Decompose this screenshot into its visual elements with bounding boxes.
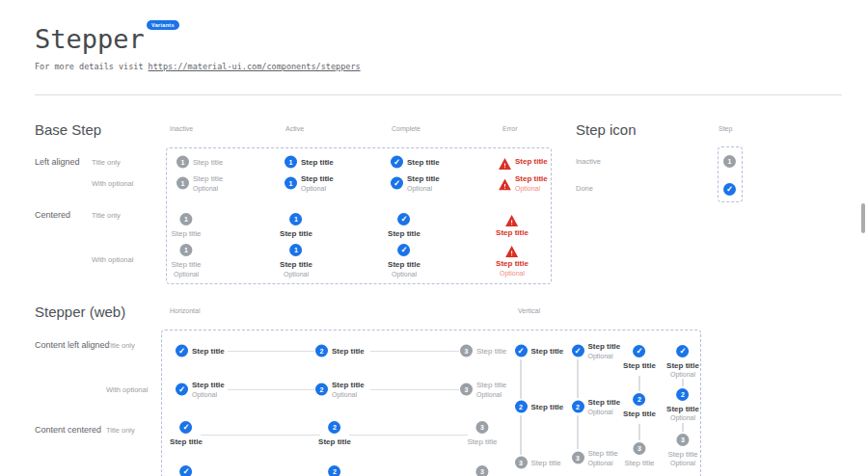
- step-title: Step title: [531, 458, 561, 467]
- step-title: Step title: [531, 346, 564, 356]
- step-title: Step title: [515, 157, 548, 167]
- step-item: 2Step title: [318, 421, 351, 447]
- row-sublabel-title-only: Title only: [106, 341, 135, 350]
- step-number-circle: 3: [515, 457, 528, 469]
- step-number-circle: 3: [676, 434, 689, 446]
- step-item: 2Step title: [515, 401, 564, 413]
- step-text: Step title: [407, 157, 440, 167]
- step-check-icon: ✓: [398, 244, 411, 256]
- step-check-icon: ✓: [398, 213, 411, 225]
- step-text: Step title: [318, 437, 351, 447]
- step-title: Step title: [515, 174, 548, 184]
- step-number-circle: 2: [315, 383, 328, 395]
- step-connector: [201, 435, 320, 436]
- step-connector: [228, 351, 314, 352]
- column-label-error: Error: [502, 125, 518, 132]
- step-check-icon: ✓: [391, 176, 403, 189]
- step-title: Step title: [280, 260, 312, 270]
- step-text: Step title: [171, 229, 201, 239]
- step-text: Step titleOptional: [192, 381, 225, 399]
- step-number-circle: 2: [315, 345, 328, 357]
- step-number-circle: 3: [475, 421, 488, 434]
- step-optional-label: Optional: [670, 414, 695, 422]
- step-title: Step title: [496, 228, 529, 238]
- step-check-icon: ✓: [634, 345, 646, 357]
- section-heading-base-step: Base Step: [35, 121, 101, 138]
- step-item: 1Step title: [171, 213, 201, 239]
- step-title: Step title: [666, 405, 699, 414]
- step-connector: [520, 359, 522, 399]
- step-connector: [228, 389, 314, 390]
- step-title: Step title: [332, 346, 365, 356]
- step-title: Step title: [332, 381, 365, 390]
- step-connector: [370, 389, 459, 390]
- step-optional-label: Optional: [500, 270, 525, 278]
- step-item: 3Step titleOptional: [460, 381, 506, 399]
- step-error-icon: [506, 213, 519, 225]
- step-text: Step title: [515, 157, 548, 167]
- step-text: Step titleOptional: [301, 174, 334, 193]
- step-text: Step title: [388, 229, 420, 239]
- step-item: 1Step title: [176, 156, 223, 169]
- step-check-icon: ✓: [176, 383, 188, 395]
- step-connector: [349, 435, 468, 436]
- step-text: Step title: [192, 346, 225, 356]
- scrollbar-thumb[interactable]: [861, 203, 865, 233]
- step-number-circle: 2: [515, 401, 528, 413]
- step-check-icon: ✓: [723, 183, 736, 196]
- step-text: Step title: [496, 228, 529, 238]
- row-label-done: Done: [576, 184, 593, 193]
- step-number-circle: 2: [677, 388, 690, 401]
- step-title: Step title: [588, 342, 621, 352]
- step-connector: [682, 423, 684, 432]
- stepper-spec-page: Stepper Variants For more details visith…: [0, 0, 868, 476]
- step-number-circle: 1: [285, 176, 297, 189]
- step-text: Step title: [531, 346, 564, 356]
- step-number-circle: 1: [176, 156, 189, 169]
- step-optional-label: Optional: [332, 390, 365, 398]
- step-check-icon: ✓: [180, 421, 193, 434]
- step-item: ✓Step titleOptional: [170, 465, 203, 476]
- step-text: Step titleOptional: [588, 342, 621, 360]
- step-item: ✓Step title: [176, 345, 225, 357]
- step-title: Step title: [318, 437, 351, 447]
- step-number-circle: 1: [290, 213, 303, 225]
- material-ui-link[interactable]: https://material-ui.com/components/stepp…: [149, 62, 361, 71]
- step-item: ✓Step titleOptional: [176, 381, 225, 399]
- step-title: Step title: [467, 437, 497, 447]
- row-label-content-left-aligned: Content left aligned: [35, 340, 110, 350]
- step-text: Step titleOptional: [667, 450, 697, 468]
- header-divider: [35, 94, 842, 95]
- column-label-step: Step: [719, 125, 732, 132]
- step-title: Step title: [407, 174, 440, 184]
- step-number-circle: 3: [460, 345, 473, 357]
- step-check-icon: ✓: [677, 345, 690, 357]
- step-title: Step title: [623, 410, 656, 419]
- step-optional-label: Optional: [407, 184, 440, 192]
- section-heading-stepper-web: Stepper (web): [35, 304, 125, 320]
- variants-badge: Variants: [147, 20, 179, 30]
- step-number-circle: 2: [329, 465, 341, 476]
- step-icon-sample: ✓: [723, 183, 736, 196]
- step-title: Step title: [193, 174, 223, 184]
- step-number-circle: 1: [290, 244, 303, 256]
- step-optional-label: Optional: [670, 460, 695, 467]
- step-number-circle: 3: [475, 465, 488, 476]
- section-heading-step-icon: Step icon: [576, 121, 637, 138]
- step-optional-label: Optional: [476, 390, 506, 398]
- step-item: 3Step title: [467, 421, 497, 447]
- step-text: Step titleOptional: [171, 260, 201, 278]
- step-item: 3Step title: [515, 457, 561, 469]
- step-optional-label: Optional: [174, 271, 199, 278]
- step-optional-label: Optional: [301, 184, 334, 192]
- step-item: 3Step title: [460, 345, 506, 357]
- step-number-circle: 2: [572, 400, 584, 412]
- step-connector: [682, 379, 684, 386]
- step-item: ✓Step title: [623, 345, 656, 371]
- step-text: Step title: [280, 229, 312, 239]
- step-number-circle: 2: [634, 393, 646, 406]
- step-title: Step title: [192, 346, 225, 356]
- row-sublabel-with-optional: With optional: [92, 255, 133, 264]
- step-item: 2Step title: [315, 345, 365, 357]
- step-text: Step titleOptional: [588, 398, 621, 416]
